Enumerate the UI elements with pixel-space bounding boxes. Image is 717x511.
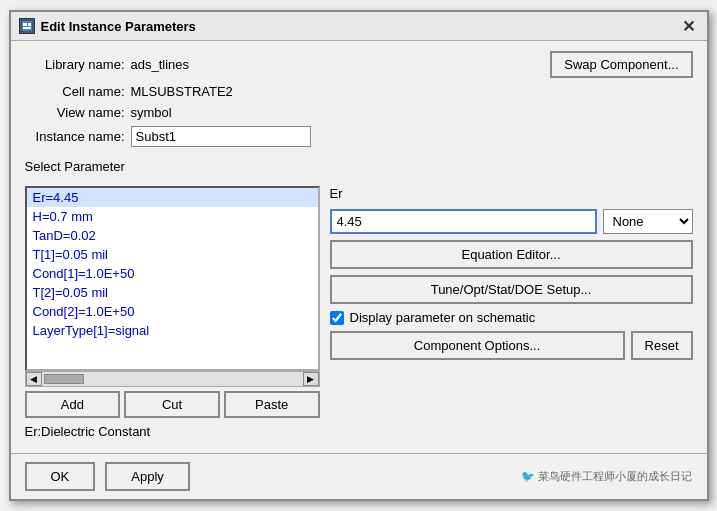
display-checkbox-label: Display parameter on schematic [350,310,536,325]
reset-button[interactable]: Reset [631,331,693,360]
param-value-row: NoneOptStatDOE [330,209,693,234]
edit-instance-dialog: Edit Instance Parameters ✕ Library name:… [9,10,709,501]
library-label: Library name: [25,57,125,72]
library-value: ads_tlines [131,57,190,72]
svg-rect-3 [23,27,31,29]
apply-button[interactable]: Apply [105,462,190,491]
param-value-input[interactable] [330,209,597,234]
display-checkbox-row: Display parameter on schematic [330,310,693,325]
dialog-body: Library name: ads_tlines Swap Component.… [11,41,707,449]
instance-name-input[interactable] [131,126,311,147]
list-item[interactable]: Cond[2]=1.0E+50 [27,302,318,321]
footer: OK Apply 🐦 菜鸟硬件工程师小厦的成长日记 [11,453,707,499]
list-item[interactable]: H=0.7 mm [27,207,318,226]
list-buttons: Add Cut Paste [25,391,320,418]
tune-opt-button[interactable]: Tune/Opt/Stat/DOE Setup... [330,275,693,304]
svg-rect-2 [28,23,31,26]
view-value: symbol [131,105,172,120]
list-item[interactable]: T[2]=0.05 mil [27,283,318,302]
list-item[interactable]: LayerType[1]=signal [27,321,318,340]
close-button[interactable]: ✕ [679,16,699,36]
none-select[interactable]: NoneOptStatDOE [603,209,693,234]
dialog-icon [19,18,35,34]
horizontal-scrollbar[interactable]: ◀ ▶ [25,371,320,387]
add-button[interactable]: Add [25,391,121,418]
param-list[interactable]: Er=4.45H=0.7 mmTanD=0.02T[1]=0.05 milCon… [27,188,318,369]
status-text: Er:Dielectric Constant [25,424,320,439]
scroll-left-button[interactable]: ◀ [26,372,42,386]
svg-rect-1 [23,23,27,26]
instance-row: Instance name: [25,126,693,147]
list-item[interactable]: TanD=0.02 [27,226,318,245]
display-checkbox[interactable] [330,311,344,325]
main-content: Er=4.45H=0.7 mmTanD=0.02T[1]=0.05 milCon… [25,186,693,439]
swap-component-button[interactable]: Swap Component... [550,51,692,78]
cell-row: Cell name: MLSUBSTRATE2 [25,84,693,99]
list-item[interactable]: Cond[1]=1.0E+50 [27,264,318,283]
param-name-label: Er [330,186,693,201]
paste-button[interactable]: Paste [224,391,320,418]
cut-button[interactable]: Cut [124,391,220,418]
list-item[interactable]: Er=4.45 [27,188,318,207]
select-param-label: Select Parameter [25,159,693,174]
component-options-button[interactable]: Component Options... [330,331,625,360]
component-row: Component Options... Reset [330,331,693,360]
watermark: 🐦 菜鸟硬件工程师小厦的成长日记 [200,469,693,484]
left-panel: Er=4.45H=0.7 mmTanD=0.02T[1]=0.05 milCon… [25,186,320,439]
title-bar: Edit Instance Parameters ✕ [11,12,707,41]
equation-editor-button[interactable]: Equation Editor... [330,240,693,269]
param-list-container: Er=4.45H=0.7 mmTanD=0.02T[1]=0.05 milCon… [25,186,320,371]
view-row: View name: symbol [25,105,693,120]
cell-value: MLSUBSTRATE2 [131,84,233,99]
view-label: View name: [25,105,125,120]
list-item[interactable]: T[1]=0.05 mil [27,245,318,264]
cell-label: Cell name: [25,84,125,99]
instance-label: Instance name: [25,129,125,144]
ok-button[interactable]: OK [25,462,96,491]
scroll-right-button[interactable]: ▶ [303,372,319,386]
dialog-title: Edit Instance Parameters [41,19,673,34]
library-row: Library name: ads_tlines Swap Component.… [25,51,693,78]
right-panel: Er NoneOptStatDOE Equation Editor... Tun… [330,186,693,439]
scroll-thumb [44,374,84,384]
